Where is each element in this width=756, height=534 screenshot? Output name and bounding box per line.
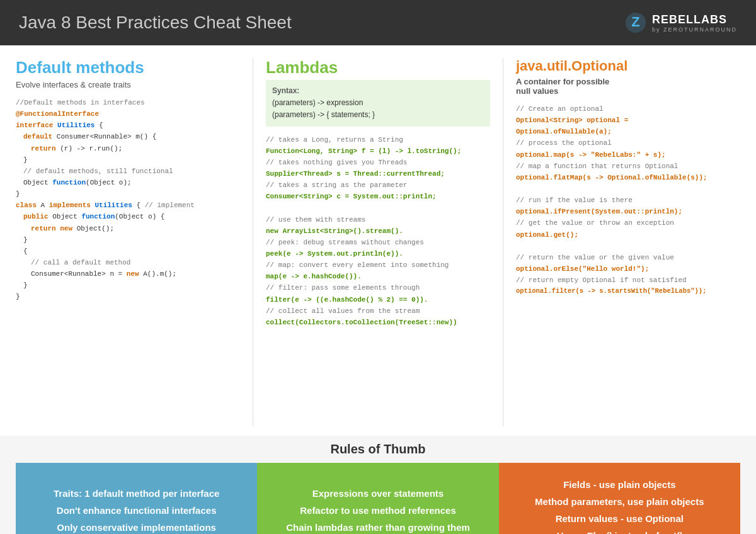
optional-column: java.util.Optional A container for possi… <box>516 58 740 426</box>
code-line: // map a function that returns Optional <box>516 161 740 172</box>
header-title: Java 8 Best Practices Cheat Sheet <box>19 13 292 33</box>
code-line: @FunctionalInterface <box>16 108 240 120</box>
code-line: optional.orElse("Hello world!"); <box>516 263 740 275</box>
optional-subtitle: A container for possiblenull values <box>516 77 740 96</box>
rule-optional-line1: Fields - use plain objects <box>563 476 675 493</box>
title-bold: Java 8 Best Practices Cheat Sheet <box>19 13 292 32</box>
lambdas-code: // takes a Long, returns a String Functi… <box>266 134 490 328</box>
code-line: default Consumer<Runnable> m() { <box>16 131 240 142</box>
code-line: Optional<String> optional = <box>516 115 740 126</box>
code-line: // get the value or throw an exception <box>516 217 740 229</box>
code-line: class A implements Utilities { // implem… <box>16 200 240 211</box>
code-line: } <box>16 234 240 246</box>
code-line: // call a default method <box>16 257 240 268</box>
code-line: filter(e -> ((e.hashCode() % 2) == 0)). <box>266 294 490 305</box>
code-line: interface Utilities { <box>16 120 240 131</box>
code-line: // filter: pass some elements through <box>266 282 490 293</box>
logo-sub: by ZEROTURNAROUND <box>652 26 737 33</box>
default-methods-title: Default methods <box>16 58 240 77</box>
code-line: new ArrayList<String>().stream(). <box>266 225 490 237</box>
rule-lambdas-line1: Expressions over statements <box>312 485 444 502</box>
rebel-labs-icon: Z <box>624 11 647 34</box>
code-line: optional.ifPresent(System.out::println); <box>516 206 740 217</box>
code-line: // takes a Long, returns a String <box>266 134 490 145</box>
main-content: Default methods Evolve interfaces & crea… <box>0 45 756 436</box>
code-line: // process the optional <box>516 137 740 149</box>
svg-text:Z: Z <box>631 14 639 30</box>
rule-default-line1: Traits: 1 default method per interface <box>54 485 219 502</box>
code-line: { <box>16 246 240 257</box>
code-line: map(e -> e.hashCode()). <box>266 271 490 282</box>
code-line: Function<Long, String> f = (l) -> l.toSt… <box>266 145 490 157</box>
code-line: // collect all values from the stream <box>266 305 490 317</box>
rules-section: Rules of Thumb Traits: 1 default method … <box>0 436 756 534</box>
code-line: // default methods, still functional <box>16 166 240 177</box>
code-line: optional.flatMap(s -> Optional.ofNullabl… <box>516 172 740 183</box>
code-line: Optional.ofNullable(a); <box>516 126 740 137</box>
code-line: Object function(Object o); <box>16 177 240 188</box>
code-line: // run if the value is there <box>516 195 740 206</box>
code-line: peek(e -> System.out.println(e)). <box>266 248 490 259</box>
rule-optional-line3: Return values - use Optional <box>556 510 684 527</box>
syntax-label: Syntax: <box>272 86 299 95</box>
code-line: } <box>16 291 240 302</box>
default-methods-subtitle: Evolve interfaces & create traits <box>16 80 240 89</box>
code-line: } <box>16 188 240 200</box>
rule-box-default: Traits: 1 default method per interface D… <box>16 463 257 534</box>
rules-title: Rules of Thumb <box>16 442 740 457</box>
logo-text: REBELLABS <box>652 13 727 26</box>
code-line: // peek: debug streams without changes <box>266 237 490 248</box>
lambdas-title: Lambdas <box>266 58 490 77</box>
optional-title: java.util.Optional <box>516 58 740 74</box>
code-line: // Create an optional <box>516 103 740 115</box>
rule-box-optional: Fields - use plain objects Method parame… <box>499 463 740 534</box>
rule-default-line3: Only conservative implementations <box>57 519 216 535</box>
code-line: // map: convert every element into somet… <box>266 259 490 271</box>
lambdas-column: Lambdas Syntax: (parameters) -> expressi… <box>266 58 490 426</box>
code-line: optional.get(); <box>516 229 740 241</box>
rebel-labs-logo: Z REBELLABS by ZEROTURNAROUND <box>624 11 737 34</box>
column-separator-1 <box>253 58 253 426</box>
code-line: return new Object(); <box>16 223 240 234</box>
code-line: public Object function(Object o) { <box>16 211 240 222</box>
header: Java 8 Best Practices Cheat Sheet Z REBE… <box>0 0 756 45</box>
code-line: // return empty Optional if not satisfie… <box>516 275 740 286</box>
code-line: // takes nothing gives you Threads <box>266 157 490 168</box>
code-line: // use them with streams <box>266 214 490 225</box>
code-line: return (r) -> r.run(); <box>16 143 240 154</box>
code-line <box>516 241 740 252</box>
code-line: optional.map(s -> "RebelLabs:" + s); <box>516 149 740 161</box>
code-line: optional.filter(s -> s.startsWith("Rebel… <box>516 286 740 297</box>
rule-lambdas-line2: Refactor to use method references <box>300 502 456 519</box>
rule-box-lambdas: Expressions over statements Refactor to … <box>257 463 498 534</box>
default-methods-code: //Default methods in interfaces @Functio… <box>16 97 240 303</box>
syntax-line-2: (parameters) -> { statements; } <box>272 110 375 119</box>
code-line: } <box>16 280 240 291</box>
code-line: collect(Collectors.toCollection(TreeSet:… <box>266 317 490 328</box>
code-line: //Default methods in interfaces <box>16 97 240 108</box>
rule-lambdas-line3: Chain lambdas rather than growing them <box>286 519 470 535</box>
default-methods-column: Default methods Evolve interfaces & crea… <box>16 58 240 426</box>
optional-code: // Create an optional Optional<String> o… <box>516 103 740 297</box>
code-line: Consumer<String> c = System.out::println… <box>266 191 490 202</box>
code-line: // takes a string as the parameter <box>266 179 490 191</box>
rules-boxes: Traits: 1 default method per interface D… <box>16 463 740 534</box>
code-line: // return the value or the given value <box>516 252 740 263</box>
code-line <box>516 183 740 195</box>
rule-optional-line2: Method parameters, use plain objects <box>535 493 704 510</box>
code-line <box>266 202 490 213</box>
code-line: } <box>16 154 240 166</box>
syntax-block: Syntax: (parameters) -> expression (para… <box>266 80 490 127</box>
code-line: Consumer<Runnable> n = new A().m(); <box>16 268 240 280</box>
column-separator-2 <box>503 58 503 426</box>
rule-default-line2: Don't enhance functional interfaces <box>57 502 217 519</box>
rule-optional-line4: Use orElse() instead of get() <box>557 527 682 534</box>
syntax-line-1: (parameters) -> expression <box>272 98 363 107</box>
code-line: Supplier<Thread> s = Thread::currentThre… <box>266 168 490 179</box>
